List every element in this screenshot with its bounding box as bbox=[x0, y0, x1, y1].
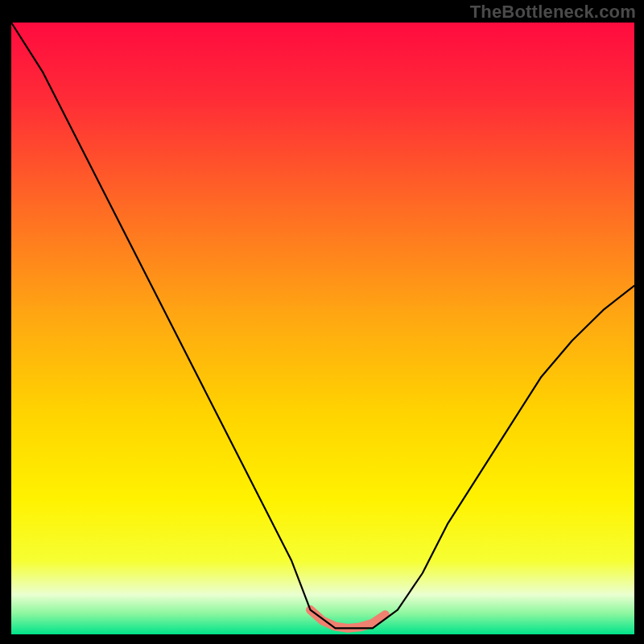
chart-plot-area bbox=[11, 23, 634, 634]
watermark-text: TheBottleneck.com bbox=[470, 2, 636, 23]
chart-svg bbox=[11, 23, 634, 634]
gradient-background bbox=[11, 23, 634, 634]
chart-frame: TheBottleneck.com bbox=[0, 0, 644, 644]
